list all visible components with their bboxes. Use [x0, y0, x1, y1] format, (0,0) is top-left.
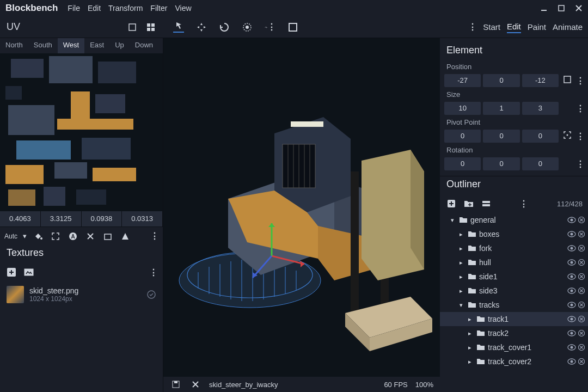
remove-icon[interactable]: [578, 259, 585, 266]
minimize-icon[interactable]: [540, 4, 548, 12]
pivot-y[interactable]: 0: [483, 130, 519, 143]
remove-icon[interactable]: [578, 287, 585, 294]
chevron-icon[interactable]: ▸: [468, 358, 474, 365]
uv-tab-north[interactable]: North: [0, 38, 28, 53]
clear-uv-icon[interactable]: [84, 230, 96, 242]
outliner-more-icon[interactable]: ⋮: [519, 199, 528, 209]
tree-item-track2[interactable]: ▸track2: [440, 326, 588, 340]
menu-view[interactable]: View: [175, 4, 191, 13]
remove-icon[interactable]: [578, 316, 585, 322]
uv-fullscreen-icon[interactable]: [126, 21, 138, 33]
chevron-icon[interactable]: ▸: [468, 316, 474, 323]
remove-icon[interactable]: [578, 273, 585, 280]
toggle-options-icon[interactable]: [480, 198, 492, 210]
close-tab-icon[interactable]: [189, 378, 201, 390]
visibility-icon[interactable]: [567, 231, 576, 237]
tree-item-general[interactable]: ▾general: [440, 213, 588, 227]
visibility-icon[interactable]: [567, 273, 576, 280]
remove-icon[interactable]: [578, 302, 585, 308]
pivot-more-icon[interactable]: ⋮: [576, 131, 584, 142]
pivot-tool-icon[interactable]: [242, 22, 253, 33]
mode-start[interactable]: Start: [483, 21, 500, 33]
size-z[interactable]: 3: [522, 102, 559, 115]
size-more-icon[interactable]: ⋮: [576, 103, 584, 114]
auto-cull-icon[interactable]: A: [67, 230, 79, 242]
tree-item-side3[interactable]: ▸side3: [440, 284, 588, 298]
visibility-icon[interactable]: [567, 330, 576, 336]
reset-uv-icon[interactable]: [102, 230, 114, 242]
auto-uv-button[interactable]: Autc: [4, 232, 17, 240]
chevron-icon[interactable]: ▸: [460, 245, 465, 252]
chevron-icon[interactable]: ▾: [451, 217, 456, 224]
visibility-icon[interactable]: [567, 217, 576, 223]
remove-icon[interactable]: [578, 330, 585, 336]
pivot-center-icon[interactable]: [563, 131, 574, 142]
pivot-z[interactable]: 0: [522, 130, 559, 143]
uv-more-icon[interactable]: ⋮: [150, 231, 158, 241]
viewport[interactable]: skid_steer_by_iwacky 60 FPS 100%: [163, 38, 440, 392]
menu-transform[interactable]: Transform: [108, 4, 143, 13]
pivot-x[interactable]: 0: [444, 130, 481, 143]
tree-item-side1[interactable]: ▸side1: [440, 270, 588, 284]
uv-grid-icon[interactable]: [145, 21, 157, 33]
vertex-tool-icon[interactable]: ⋮: [265, 22, 275, 33]
uv-tab-down[interactable]: Down: [130, 38, 158, 53]
maximize-icon[interactable]: [558, 4, 565, 12]
visibility-icon[interactable]: [567, 316, 576, 322]
position-z[interactable]: -12: [522, 74, 559, 87]
visibility-icon[interactable]: [567, 245, 576, 252]
mode-options-icon[interactable]: ⋮: [468, 22, 476, 32]
visibility-icon[interactable]: [567, 302, 576, 308]
uv-tab-west[interactable]: West: [58, 38, 84, 53]
add-group-icon[interactable]: [463, 198, 475, 210]
tree-item-track_cover2[interactable]: ▸track_cover2: [440, 354, 588, 369]
maximize-uv-icon[interactable]: [50, 230, 62, 242]
remove-icon[interactable]: [578, 217, 585, 223]
resize-tool-icon[interactable]: [196, 22, 207, 33]
size-x[interactable]: 10: [444, 102, 481, 115]
tree-item-boxes[interactable]: ▸boxes: [440, 227, 588, 241]
visibility-icon[interactable]: [567, 358, 576, 365]
remove-icon[interactable]: [578, 344, 585, 351]
uv-tab-south[interactable]: South: [28, 38, 58, 53]
uv-coord-h[interactable]: 0.0313: [122, 211, 163, 226]
save-icon[interactable]: [170, 378, 182, 390]
display-tool-icon[interactable]: [287, 22, 298, 33]
remove-icon[interactable]: [578, 231, 585, 237]
import-texture-icon[interactable]: [23, 266, 35, 278]
uv-tab-up[interactable]: Up: [109, 38, 130, 53]
chevron-icon[interactable]: ▾: [460, 302, 465, 309]
tree-item-hull[interactable]: ▸hull: [440, 255, 588, 270]
position-x[interactable]: -27: [444, 74, 481, 87]
size-y[interactable]: 1: [483, 102, 519, 115]
rotate-tool-icon[interactable]: [219, 22, 230, 33]
chevron-icon[interactable]: ▸: [460, 259, 465, 266]
rotation-x[interactable]: 0: [444, 157, 481, 170]
move-tool-icon[interactable]: [173, 22, 184, 33]
paint-bucket-icon[interactable]: [32, 230, 44, 242]
position-more-icon[interactable]: ⋮: [576, 76, 584, 86]
tree-item-fork[interactable]: ▸fork: [440, 241, 588, 255]
chevron-icon[interactable]: ▸: [468, 330, 474, 337]
add-texture-icon[interactable]: [5, 266, 17, 278]
close-icon[interactable]: [575, 4, 583, 12]
mode-edit[interactable]: Edit: [507, 21, 521, 33]
visibility-icon[interactable]: [567, 287, 576, 294]
texture-item[interactable]: skid_steer.png 1024 x 1024px: [0, 281, 163, 308]
uv-tab-east[interactable]: East: [84, 38, 109, 53]
rotation-more-icon[interactable]: ⋮: [576, 159, 584, 169]
vertex-options-icon[interactable]: ⋮: [267, 22, 275, 32]
warning-icon[interactable]: [119, 230, 131, 242]
uv-canvas[interactable]: [0, 53, 163, 211]
rotation-y[interactable]: 0: [483, 157, 519, 170]
tree-item-track_cover1[interactable]: ▸track_cover1: [440, 340, 588, 354]
remove-icon[interactable]: [578, 245, 585, 252]
textures-more-icon[interactable]: ⋮: [149, 267, 157, 278]
mode-paint[interactable]: Paint: [528, 21, 546, 33]
chevron-icon[interactable]: ▸: [460, 273, 465, 280]
position-box-icon[interactable]: [563, 75, 574, 86]
rotation-z[interactable]: 0: [522, 157, 559, 170]
visibility-icon[interactable]: [567, 259, 576, 266]
visibility-icon[interactable]: [567, 344, 576, 351]
menu-file[interactable]: File: [68, 4, 80, 13]
